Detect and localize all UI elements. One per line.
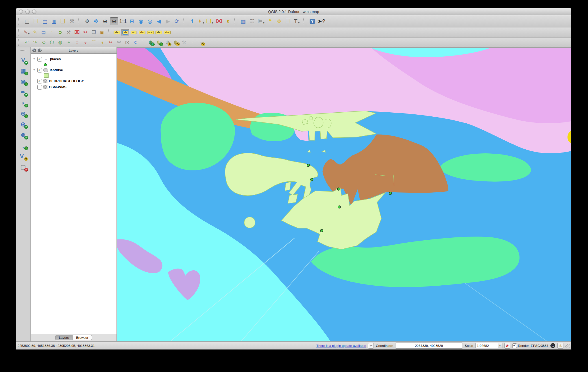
open-grass-tools-button[interactable]: ⚒ <box>180 39 188 46</box>
toolbar-grip[interactable] <box>18 18 21 25</box>
run-feature-action-dropdown-icon[interactable]: ▼ <box>202 22 205 25</box>
layer-item-osm-wms[interactable]: OSM-WMS <box>32 84 117 90</box>
add-wfs-layer-button[interactable]: ⊚+ <box>19 131 28 139</box>
scale-combobox[interactable]: 1:92682 ▼ <box>475 343 502 348</box>
stop-render-icon[interactable]: ⊘ <box>504 343 510 349</box>
add-ring-button[interactable]: ◍ <box>56 39 64 46</box>
edit-grass-region-button[interactable]: ▫✎ <box>197 39 205 46</box>
add-feature-button[interactable]: ∴ <box>48 29 56 36</box>
zoom-last-button[interactable]: ◀ <box>155 17 163 25</box>
pan-to-selection-button[interactable]: ✜ <box>92 17 100 25</box>
layer-item-landuse[interactable]: ▼✓landuse <box>32 67 117 73</box>
select-by-expression-button[interactable]: ε <box>224 17 232 25</box>
help-contents-button[interactable]: ? <box>308 17 317 25</box>
tab-layers[interactable]: Layers <box>55 335 73 340</box>
toggle-editing-button[interactable]: ✎ <box>31 29 39 36</box>
layer-tree[interactable]: ▼✓∴places▼✓landuse✓BEDROCKGEOLOGYOSM-WMS <box>31 54 117 334</box>
paste-features-button[interactable]: ▣ <box>98 29 106 36</box>
add-spatialite-layer-button[interactable]: ✒+ <box>19 88 28 96</box>
text-annotation-dropdown-icon[interactable]: ▼ <box>298 22 300 25</box>
rotate-label-button[interactable]: abc <box>155 29 163 36</box>
zoom-native-resolution-button[interactable]: 1:1 <box>119 17 127 25</box>
new-shapefile-layer-button[interactable]: V✱▼ <box>19 152 28 161</box>
toolbar-grip[interactable] <box>18 39 21 46</box>
change-label-button[interactable]: abc <box>163 29 171 36</box>
add-delimited-text-layer-button[interactable]: ,+ <box>19 141 28 150</box>
render-toggle[interactable]: ✓ Render <box>512 343 529 348</box>
open-project-button[interactable]: ❒ <box>32 17 40 25</box>
messages-warning-icon[interactable]: ⚠ <box>557 343 563 349</box>
crs-status-icon[interactable]: ⊕ <box>550 343 555 348</box>
show-hide-labels-button[interactable]: abc <box>138 29 146 36</box>
select-features-button[interactable]: ❏▼ <box>206 17 214 25</box>
open-attribute-table-button[interactable]: ▦ <box>239 17 247 25</box>
simplify-feature-button[interactable]: ⬡ <box>48 39 56 46</box>
undo-button[interactable]: ↶ <box>23 39 31 46</box>
text-annotation-button[interactable]: T▼ <box>293 17 301 25</box>
rotate-point-symbols-button[interactable]: ↻ <box>132 39 140 46</box>
whats-this-button[interactable]: ➤? <box>317 17 326 25</box>
coordinate-input[interactable] <box>395 343 463 349</box>
pan-map-button[interactable]: ✥ <box>83 17 91 25</box>
layer-visibility-checkbox[interactable]: ✓ <box>37 68 42 72</box>
new-grass-vector-layer-button[interactable]: ψ✱ <box>163 39 171 46</box>
add-postgis-layer-button[interactable]: ◉+ <box>19 77 28 86</box>
add-wms-layer-button[interactable]: ⊛+ <box>19 109 28 118</box>
delete-ring-button[interactable]: ◌ <box>73 39 81 46</box>
delete-selected-button[interactable]: ⌧ <box>73 29 81 36</box>
display-grass-region-button[interactable]: ▫ <box>188 39 196 46</box>
pin-unpin-labels-button[interactable]: ab <box>121 29 129 36</box>
node-tool-button[interactable]: ⚒ <box>65 29 73 36</box>
move-label-button[interactable]: abc <box>147 29 154 36</box>
cut-features-button[interactable]: ✂ <box>82 29 89 36</box>
chevron-down-icon[interactable]: ▼ <box>498 343 502 348</box>
refresh-map-button[interactable]: ⟳ <box>173 17 181 25</box>
add-mssql-layer-button[interactable]: ◗+ <box>19 98 28 107</box>
resize-grip[interactable] <box>565 344 569 348</box>
save-project-as-button[interactable]: ▥ <box>50 17 58 25</box>
copy-features-button[interactable]: ❐ <box>90 29 98 36</box>
current-edits-button[interactable]: ✎▼ <box>23 29 31 36</box>
split-parts-button[interactable]: ✄ <box>115 39 123 46</box>
new-print-composer-button[interactable]: ❏ <box>59 17 67 25</box>
zoom-next-button[interactable]: ▶ <box>164 17 172 25</box>
new-project-button[interactable]: ▢ <box>23 17 31 25</box>
layer-visibility-checkbox[interactable]: ✓ <box>37 57 42 62</box>
title-bar[interactable]: QGIS 2.0.1-Dufour - wms-map <box>16 8 571 15</box>
render-checkbox[interactable]: ✓ <box>512 343 517 348</box>
measure-line-dropdown-icon[interactable]: ▼ <box>262 22 265 25</box>
remove-layer-button[interactable]: ▢− <box>19 163 28 171</box>
rotate-feature-button[interactable]: ⟲ <box>40 39 47 46</box>
layer-visibility-checkbox[interactable] <box>37 85 42 90</box>
add-part-button[interactable]: ◓ <box>65 39 73 46</box>
zoom-to-selection-button[interactable]: ◉ <box>137 17 145 25</box>
layer-visibility-checkbox[interactable]: ✓ <box>37 79 42 83</box>
toolbar-grip[interactable] <box>20 50 26 53</box>
add-wcs-layer-button[interactable]: ⊛+ <box>19 120 28 129</box>
split-features-button[interactable]: ✂ <box>107 39 114 46</box>
move-feature-button[interactable]: ➲ <box>56 29 64 36</box>
statistical-summary-button[interactable]: ☷ <box>248 17 256 25</box>
offset-curve-button[interactable]: ◖ <box>98 39 106 46</box>
add-grass-vector-layer-button[interactable]: ψ+ <box>147 39 154 46</box>
run-feature-action-button[interactable]: ✦▼ <box>197 17 205 25</box>
save-project-button[interactable]: ▤ <box>41 17 49 25</box>
plugin-update-link[interactable]: There is a plugin update available <box>316 344 366 347</box>
layer-labeling-options-button[interactable]: abc <box>113 29 121 36</box>
map-canvas[interactable] <box>117 47 571 341</box>
zoom-to-layer-button[interactable]: ◎ <box>146 17 154 25</box>
zoom-full-extent-button[interactable]: ⊞ <box>128 17 136 25</box>
new-bookmark-button[interactable]: ❖ <box>275 17 283 25</box>
current-edits-dropdown-icon[interactable]: ▼ <box>28 33 30 36</box>
identify-features-button[interactable]: ℹ <box>188 17 196 25</box>
tab-browser[interactable]: Browser <box>73 335 92 340</box>
merge-features-button[interactable]: ⋈ <box>123 39 131 46</box>
select-features-dropdown-icon[interactable]: ▼ <box>212 22 214 25</box>
layer-item-places[interactable]: ▼✓∴places <box>32 56 117 62</box>
delete-part-button[interactable]: ◒ <box>82 39 89 46</box>
plugin-icon[interactable]: ✄ <box>368 343 374 349</box>
edit-grass-vector-layer-button[interactable]: ψ✎ <box>172 39 180 46</box>
save-layer-edits-button[interactable]: ▤ <box>40 29 47 36</box>
add-raster-layer-button[interactable]: ▦+ <box>19 66 28 75</box>
add-vector-layer-button[interactable]: V+ <box>19 56 28 64</box>
